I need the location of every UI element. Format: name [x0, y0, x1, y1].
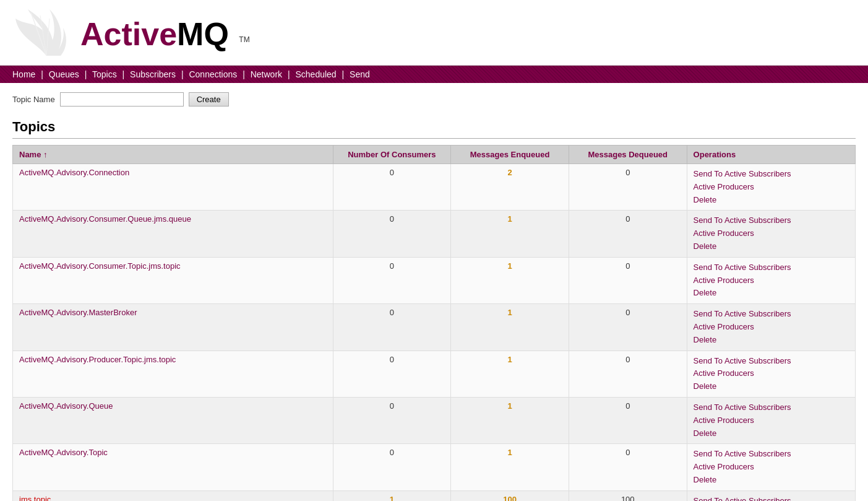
- operations-cell: Send To Active SubscribersActive Produce…: [687, 444, 855, 490]
- topic-name-link[interactable]: ActiveMQ.Advisory.Consumer.Queue.jms.que…: [19, 214, 191, 224]
- enqueued-cell: 1: [451, 444, 569, 490]
- table-header-row: Name ↑ Number Of Consumers Messages Enqu…: [13, 146, 856, 164]
- operation-link[interactable]: Send To Active Subscribers: [694, 401, 849, 414]
- nav-sep-4: |: [181, 69, 184, 79]
- consumers-cell: 0: [333, 351, 451, 397]
- col-dequeued: Messages Dequeued: [569, 146, 687, 164]
- operation-link[interactable]: Send To Active Subscribers: [694, 168, 849, 181]
- operations-cell: Send To Active SubscribersActive Produce…: [687, 211, 855, 257]
- topic-name-link[interactable]: jms.topic: [19, 495, 51, 501]
- table-row: ActiveMQ.Advisory.Connection020Send To A…: [13, 164, 856, 211]
- topic-name-cell: ActiveMQ.Advisory.Consumer.Queue.jms.que…: [13, 211, 333, 257]
- topic-name-link[interactable]: ActiveMQ.Advisory.Queue: [19, 401, 113, 411]
- operation-link[interactable]: Delete: [694, 474, 849, 487]
- topic-name-cell: ActiveMQ.Advisory.Producer.Topic.jms.top…: [13, 351, 333, 397]
- dequeued-cell: 100: [569, 490, 687, 501]
- operation-link[interactable]: Send To Active Subscribers: [694, 261, 849, 274]
- operation-link[interactable]: Active Producers: [694, 414, 849, 427]
- consumers-cell: 0: [333, 211, 451, 257]
- nav-subscribers[interactable]: Subscribers: [130, 69, 176, 79]
- topic-name-link[interactable]: ActiveMQ.Advisory.Producer.Topic.jms.top…: [19, 355, 176, 364]
- table-row: ActiveMQ.Advisory.Topic010Send To Active…: [13, 444, 856, 490]
- topic-name-link[interactable]: ActiveMQ.Advisory.Consumer.Topic.jms.top…: [19, 261, 181, 271]
- operation-link[interactable]: Send To Active Subscribers: [694, 448, 849, 461]
- navbar: Home | Queues | Topics | Subscribers | C…: [0, 66, 868, 83]
- nav-scheduled[interactable]: Scheduled: [295, 69, 336, 79]
- operation-link[interactable]: Active Producers: [694, 321, 849, 334]
- topic-name-cell: ActiveMQ.Advisory.Topic: [13, 444, 333, 490]
- nav-home[interactable]: Home: [12, 69, 35, 79]
- topic-name-label: Topic Name: [12, 95, 55, 104]
- consumers-cell: 0: [333, 304, 451, 351]
- topic-name-cell: jms.topic: [13, 490, 333, 501]
- col-name: Name ↑: [13, 146, 333, 164]
- topic-form: Topic Name Create: [12, 92, 856, 107]
- logo-mq: MQ: [177, 16, 229, 52]
- col-consumers: Number Of Consumers: [333, 146, 451, 164]
- dequeued-cell: 0: [569, 257, 687, 303]
- dequeued-cell: 0: [569, 351, 687, 397]
- operation-link[interactable]: Active Producers: [694, 227, 849, 240]
- operations-cell: Send To Active SubscribersActive Produce…: [687, 351, 855, 397]
- table-row: ActiveMQ.Advisory.MasterBroker010Send To…: [13, 304, 856, 351]
- topic-name-link[interactable]: ActiveMQ.Advisory.Connection: [19, 168, 129, 177]
- col-operations: Operations: [687, 146, 855, 164]
- operation-link[interactable]: Delete: [694, 334, 849, 347]
- consumers-cell: 0: [333, 257, 451, 303]
- nav-topics[interactable]: Topics: [92, 69, 117, 79]
- enqueued-cell: 1: [451, 211, 569, 257]
- col-enqueued: Messages Enqueued: [451, 146, 569, 164]
- operation-link[interactable]: Active Producers: [694, 181, 849, 194]
- operations-cell: Send To Active SubscribersActive Produce…: [687, 257, 855, 303]
- topics-table: Name ↑ Number Of Consumers Messages Enqu…: [12, 145, 856, 501]
- topic-name-cell: ActiveMQ.Advisory.MasterBroker: [13, 304, 333, 351]
- operation-link[interactable]: Delete: [694, 240, 849, 253]
- operation-link[interactable]: Send To Active Subscribers: [694, 308, 849, 321]
- nav-connections[interactable]: Connections: [189, 69, 237, 79]
- operation-link[interactable]: Send To Active Subscribers: [694, 214, 849, 227]
- consumers-cell: 0: [333, 164, 451, 211]
- page-title: Topics: [12, 119, 856, 139]
- consumers-cell: 0: [333, 444, 451, 490]
- nav-sep-2: |: [85, 69, 87, 79]
- operation-link[interactable]: Delete: [694, 287, 849, 300]
- topic-name-cell: ActiveMQ.Advisory.Connection: [13, 164, 333, 211]
- nav-sep-1: |: [41, 69, 43, 79]
- enqueued-cell: 1: [451, 257, 569, 303]
- operations-cell: Send To Active SubscribersActive Produce…: [687, 490, 855, 501]
- nav-sep-5: |: [243, 69, 245, 79]
- nav-sep-6: |: [288, 69, 290, 79]
- table-row: jms.topic1100100Send To Active Subscribe…: [13, 490, 856, 501]
- operation-link[interactable]: Delete: [694, 427, 849, 440]
- operation-link[interactable]: Active Producers: [694, 461, 849, 474]
- dequeued-cell: 0: [569, 444, 687, 490]
- topic-name-link[interactable]: ActiveMQ.Advisory.Topic: [19, 448, 108, 457]
- nav-queues[interactable]: Queues: [49, 69, 79, 79]
- nav-send[interactable]: Send: [350, 69, 370, 79]
- operation-link[interactable]: Send To Active Subscribers: [694, 355, 849, 368]
- consumers-cell: 0: [333, 397, 451, 443]
- enqueued-cell: 1: [451, 304, 569, 351]
- topic-name-link[interactable]: ActiveMQ.Advisory.MasterBroker: [19, 308, 137, 317]
- topic-name-cell: ActiveMQ.Advisory.Consumer.Topic.jms.top…: [13, 257, 333, 303]
- dequeued-cell: 0: [569, 397, 687, 443]
- topic-name-input[interactable]: [60, 92, 184, 107]
- operation-link[interactable]: Active Producers: [694, 274, 849, 287]
- create-button[interactable]: Create: [189, 92, 229, 107]
- enqueued-cell: 1: [451, 397, 569, 443]
- header: ActiveMQ TM: [0, 0, 868, 66]
- dequeued-cell: 0: [569, 164, 687, 211]
- table-row: ActiveMQ.Advisory.Consumer.Queue.jms.que…: [13, 211, 856, 257]
- enqueued-cell: 100: [451, 490, 569, 501]
- operation-link[interactable]: Delete: [694, 194, 849, 207]
- nav-network[interactable]: Network: [251, 69, 282, 79]
- logo-active: Active: [80, 16, 177, 52]
- table-row: ActiveMQ.Advisory.Queue010Send To Active…: [13, 397, 856, 443]
- operations-cell: Send To Active SubscribersActive Produce…: [687, 397, 855, 443]
- operations-cell: Send To Active SubscribersActive Produce…: [687, 304, 855, 351]
- operation-link[interactable]: Delete: [694, 380, 849, 393]
- enqueued-cell: 2: [451, 164, 569, 211]
- operation-link[interactable]: Active Producers: [694, 367, 849, 380]
- logo-tm: TM: [239, 35, 249, 44]
- operation-link[interactable]: Send To Active Subscribers: [694, 495, 849, 501]
